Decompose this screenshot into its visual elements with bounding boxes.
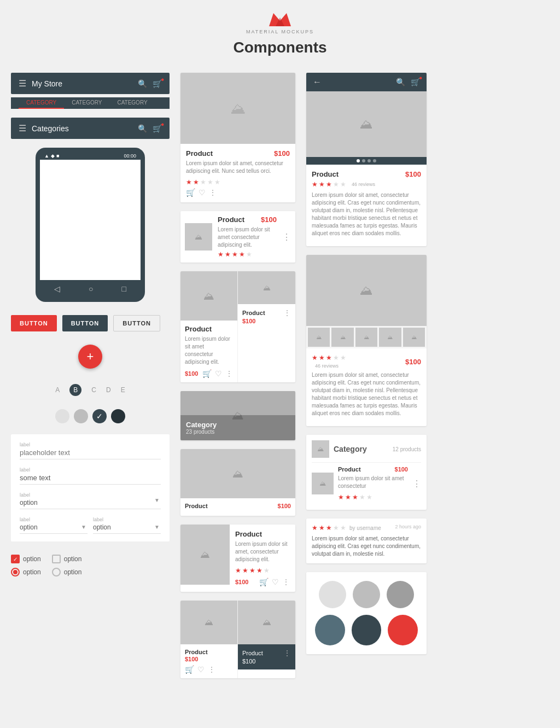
checkbox-label-1: option [23, 555, 41, 563]
form-select-1[interactable]: option [20, 499, 161, 506]
product-price-bl: $100 [185, 656, 198, 662]
swatch-2[interactable] [74, 409, 88, 423]
home-nav-icon[interactable]: ○ [89, 284, 93, 293]
cart-icon[interactable]: 🛒 [153, 79, 162, 88]
right-column: ← 🔍 🛒 ⛰ Product [306, 73, 427, 654]
form-field-1: label [20, 442, 161, 459]
detail-dots [306, 157, 427, 165]
product-card-large: ⛰ Product $100 Lorem ipsum dolor sit ame… [180, 73, 295, 202]
swatch-3[interactable]: ✓ [92, 409, 107, 423]
cat-item-price: $100 [395, 466, 408, 473]
search-icon-detail[interactable]: 🔍 [396, 78, 405, 86]
grid-bottom-right-img: ⛰ [238, 601, 295, 644]
radio-unselected[interactable]: option [52, 568, 82, 576]
phone-nav-bar: ◁ ○ □ [40, 280, 141, 298]
search-icon-2[interactable]: 🔍 [138, 124, 147, 133]
checkbox-unchecked[interactable]: option [52, 555, 82, 563]
tab-category-2[interactable]: CATEGORY [64, 97, 109, 109]
form-input-1[interactable] [20, 449, 161, 457]
more-icon-bl[interactable]: ⋮ [208, 665, 215, 674]
more-icon-cat[interactable]: ⋮ [412, 479, 421, 489]
cart-icon-wide[interactable]: 🛒 [259, 578, 269, 586]
form-select-2[interactable]: option [20, 523, 88, 531]
detail-product-price-1: $100 [405, 170, 421, 178]
check-radio-section: ✓ option option option option [11, 550, 170, 581]
palette-swatch-dark-1[interactable] [315, 615, 345, 645]
more-icon-br[interactable]: ⋮ [283, 649, 291, 657]
palette-swatch-light-3[interactable] [387, 581, 414, 608]
logo-area: MATERIAL MOCKUPS [11, 11, 549, 34]
menu-icon-2[interactable]: ☰ [19, 123, 26, 133]
step-e[interactable]: E [121, 386, 125, 394]
swatches-row: ✓ [11, 409, 170, 423]
palette-swatch-red[interactable] [388, 615, 418, 645]
grid-bottom-left: ⛰ Product $100 🛒 ♡ ⋮ [180, 601, 238, 678]
favorite-action-icon[interactable]: ♡ [199, 188, 206, 197]
cart-icon-bl[interactable]: 🛒 [185, 665, 194, 674]
tab-category-3[interactable]: CATEGORY [109, 97, 155, 109]
chevron-down-icon-2: ▼ [81, 524, 86, 530]
more-icon-row[interactable]: ⋮ [282, 232, 291, 242]
more-icon-gr[interactable]: ⋮ [283, 308, 291, 317]
fav-icon-wide[interactable]: ♡ [272, 578, 279, 586]
cart-icon-2[interactable]: 🛒 [153, 124, 162, 133]
review-header: ★ ★ ★ ★ ★ by username 2 hours ago [312, 524, 421, 532]
fab-button[interactable]: + [78, 345, 102, 369]
thumbnail-3[interactable]: ⛰ [355, 328, 377, 347]
thumbnail-5[interactable]: ⛰ [403, 328, 425, 347]
swatch-1[interactable] [55, 409, 69, 423]
product-grid-left: ⛰ Product Lorem ipsum dolor sit amet con… [180, 271, 238, 382]
category-list-header: ⛰ Category 12 products [312, 440, 421, 458]
button-dark[interactable]: BUTTON [62, 315, 108, 331]
thumbnails-row: ⛰ ⛰ ⛰ ⛰ ⛰ [306, 326, 427, 348]
product-price-1: $100 [274, 149, 290, 158]
palette-swatch-dark-2[interactable] [352, 615, 382, 645]
product-price-wide: $100 [235, 579, 248, 585]
product-image-sq: ⛰ [180, 449, 295, 498]
thumbnail-4[interactable]: ⛰ [379, 328, 401, 347]
palette-swatch-light-2[interactable] [353, 581, 380, 608]
more-action-icon[interactable]: ⋮ [209, 188, 217, 197]
recent-nav-icon[interactable]: □ [122, 284, 126, 293]
menu-icon[interactable]: ☰ [19, 78, 26, 89]
step-b[interactable]: B [69, 384, 81, 396]
radio-selected[interactable]: option [11, 568, 41, 576]
more-icon-gl[interactable]: ⋮ [225, 369, 233, 378]
product-actions-1: 🛒 ♡ ⋮ [186, 188, 290, 197]
fav-icon-bl[interactable]: ♡ [197, 665, 205, 674]
logo-text: MATERIAL MOCKUPS [11, 29, 549, 34]
cat-item-name: Product [338, 466, 361, 473]
form-label-4b: label [93, 517, 161, 522]
button-red[interactable]: BUTTON [11, 315, 57, 331]
category-list-icon: ⛰ [312, 440, 329, 458]
form-select-3[interactable]: option [93, 523, 161, 531]
step-c[interactable]: C [91, 386, 96, 394]
back-icon[interactable]: ← [313, 77, 322, 87]
button-outline[interactable]: BUTTON [113, 315, 160, 331]
fav-icon-gl[interactable]: ♡ [215, 369, 222, 378]
cat-item-stars: ★ ★ ★ ★ ★ [338, 493, 408, 501]
palette-swatch-light-1[interactable] [319, 581, 346, 608]
step-a[interactable]: A [55, 386, 60, 394]
more-icon-wide[interactable]: ⋮ [282, 578, 290, 586]
product-price-br: $100 [242, 658, 255, 665]
grid-bottom-left-name-price: Product [185, 649, 233, 655]
tab-category-1[interactable]: CATEGORY [19, 97, 64, 109]
product-name-price-row: Product $100 [186, 149, 290, 158]
cart-action-icon[interactable]: 🛒 [186, 188, 195, 197]
image-placeholder-detail-1: ⛰ [360, 117, 373, 132]
search-icon[interactable]: 🔍 [138, 79, 147, 88]
step-d[interactable]: D [106, 386, 111, 394]
app-bar-2-icons: 🔍 🛒 [138, 124, 162, 133]
form-input-2[interactable] [20, 474, 161, 482]
grid-bottom-right-name-price: Product ⋮ [242, 649, 291, 657]
product-name-wide: Product [235, 530, 262, 538]
form-select-wrap-2: label option ▼ [93, 517, 161, 534]
cart-icon-detail[interactable]: 🛒 [411, 78, 420, 86]
thumbnail-2[interactable]: ⛰ [331, 328, 353, 347]
checkbox-checked[interactable]: ✓ option [11, 555, 41, 563]
thumbnail-1[interactable]: ⛰ [308, 328, 330, 347]
back-nav-icon[interactable]: ◁ [54, 284, 60, 293]
swatch-4[interactable] [111, 409, 125, 423]
cart-icon-gl[interactable]: 🛒 [202, 369, 212, 378]
